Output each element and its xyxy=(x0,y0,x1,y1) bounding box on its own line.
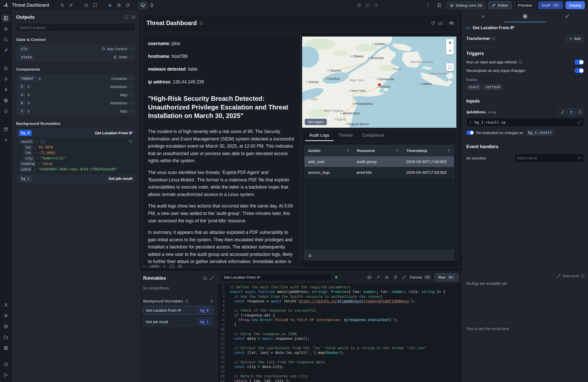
tab-audit-logs[interactable]: Audit Logs xyxy=(305,130,333,141)
user-icon[interactable] xyxy=(2,301,10,309)
chevron-down-icon[interactable] xyxy=(129,101,132,105)
auto-scroll-checkbox[interactable] xyxy=(581,274,585,278)
column-header-resource[interactable]: Resource xyxy=(353,145,403,156)
dock-panel-icon[interactable] xyxy=(131,15,135,19)
home-icon[interactable] xyxy=(2,64,10,72)
map-zoom-in-button[interactable]: + xyxy=(446,39,454,47)
collapse-toggle[interactable]: - xyxy=(40,139,46,144)
favorites-star-icon[interactable] xyxy=(2,25,10,33)
map[interactable]: QuébecMontréalOttawaTorontoHamiltonDetro… xyxy=(302,37,457,128)
schedules-calendar-icon[interactable] xyxy=(2,125,10,133)
editor-settings-icon[interactable] xyxy=(385,275,389,279)
preview-button[interactable]: Preview xyxy=(514,1,536,9)
code-area[interactable]: 1// Define the main function with the re… xyxy=(218,283,462,382)
clear-select-icon[interactable] xyxy=(578,156,581,160)
static-input-button[interactable] xyxy=(559,108,567,116)
diff-view-icon[interactable] xyxy=(367,275,371,279)
runnable-item-bg0[interactable]: Get Location From IP bg_0 xyxy=(143,306,214,315)
filter-funnel-icon[interactable] xyxy=(447,149,450,152)
search-icon[interactable] xyxy=(2,36,10,43)
expand-editor-icon[interactable] xyxy=(402,275,406,279)
pointer-hand-icon[interactable] xyxy=(27,110,31,113)
runnable-item-bg1[interactable]: Get job result bg_1 xyxy=(143,317,214,326)
dock-panel-icon[interactable] xyxy=(203,276,207,280)
toggle-panel-icon[interactable] xyxy=(435,2,444,9)
map-zoom-out-button[interactable]: − xyxy=(446,47,454,54)
ctx-chip[interactable]: ctx xyxy=(19,46,29,52)
tab-component-settings[interactable] xyxy=(504,11,546,22)
run-on-start-toggle[interactable] xyxy=(574,60,584,65)
expand-expression-icon[interactable] xyxy=(578,121,581,124)
ai-wand-icon[interactable] xyxy=(376,275,380,279)
inspect-result-icon[interactable] xyxy=(129,139,132,143)
recompute-toggle[interactable] xyxy=(574,68,584,73)
info-icon[interactable] xyxy=(199,21,203,25)
reset-view-icon[interactable] xyxy=(178,264,182,268)
workers-box-icon[interactable] xyxy=(2,323,10,330)
folders-icon[interactable] xyxy=(2,333,10,341)
pointer-mode-icon[interactable] xyxy=(106,2,115,9)
pointer-hand-icon[interactable] xyxy=(27,93,31,97)
download-csv-icon[interactable] xyxy=(308,253,312,257)
component-row-b[interactable]: b Markdown xyxy=(16,99,135,107)
bg1-chip[interactable]: bg_1 xyxy=(19,176,32,182)
component-topbar[interactable]: Threat Dashboard (2) xyxy=(143,14,458,32)
layout-columns-icon[interactable] xyxy=(374,3,378,7)
component-markdown-h[interactable]: username: jdoe hostname: host789 malware… xyxy=(143,34,301,267)
more-menu-icon[interactable] xyxy=(424,2,432,9)
ai-wand-icon[interactable] xyxy=(2,47,10,54)
keyboard-shortcuts-icon[interactable] xyxy=(449,21,454,25)
resources-globe-icon[interactable] xyxy=(2,97,10,104)
pointer-hand-icon[interactable] xyxy=(27,85,31,89)
chevron-down-icon[interactable] xyxy=(129,56,132,59)
theme-sun-icon[interactable] xyxy=(115,2,123,9)
table-row[interactable]: add_user audit-group 2025-03-30T17:00:00… xyxy=(304,156,454,167)
mobile-view-button[interactable] xyxy=(147,2,156,9)
component-tabs-f[interactable]: Audit Logs Threats Compliance Action Res… xyxy=(302,129,457,259)
component-map-a[interactable]: QuébecMontréalOttawaTorontoHamiltonDetro… xyxy=(302,36,457,128)
app-refresh-icon[interactable] xyxy=(431,21,435,25)
desktop-view-button[interactable] xyxy=(139,2,147,9)
bg0-chip[interactable]: bg_0 xyxy=(19,130,32,136)
json-result-row[interactable]: result : - xyxy=(19,139,132,145)
bg0-row[interactable]: bg_0 Get Location From IP xyxy=(16,129,135,137)
add-runnable-button[interactable] xyxy=(210,299,214,303)
zoom-out-button[interactable]: − xyxy=(143,264,145,269)
chevron-down-icon[interactable] xyxy=(129,47,132,50)
eval-input-button[interactable] xyxy=(576,108,584,116)
undo-button[interactable] xyxy=(58,2,66,9)
layout-grid-icon[interactable] xyxy=(357,3,361,7)
history-icon[interactable] xyxy=(123,2,132,9)
add-plus-icon[interactable] xyxy=(2,136,10,144)
tab-compliance[interactable]: Compliance xyxy=(358,130,388,141)
map-marker[interactable] xyxy=(378,83,381,86)
editor-canvas[interactable]: Threat Dashboard (2) username: jdoe host… xyxy=(140,11,462,271)
output-row-state[interactable]: state State xyxy=(16,53,135,61)
connect-input-button[interactable] xyxy=(568,108,575,116)
map-fit-bounds-button[interactable] xyxy=(446,63,454,71)
chevron-down-icon[interactable] xyxy=(129,93,132,96)
zoom-in-button[interactable]: + xyxy=(163,264,165,269)
pointer-hand-icon[interactable] xyxy=(38,77,42,80)
runs-play-icon[interactable] xyxy=(2,75,10,83)
add-transformer-button[interactable]: Add xyxy=(566,35,584,42)
assets-diamond-icon[interactable] xyxy=(2,107,10,115)
component-row-h[interactable]: h Markdown xyxy=(16,83,135,91)
pointer-hand-icon[interactable] xyxy=(27,101,31,105)
tab-insert-component[interactable] xyxy=(462,11,504,22)
expand-panel-icon[interactable] xyxy=(210,276,214,280)
debug-runs-button[interactable]: Debug runs (4) xyxy=(446,1,486,9)
format-button[interactable]: Format⌘S xyxy=(410,275,431,279)
tab-threats[interactable]: Threats xyxy=(334,130,357,141)
apps-grid-icon[interactable] xyxy=(2,344,10,352)
output-row-ctx[interactable]: ctx App Context xyxy=(16,45,135,53)
expand-logs-icon[interactable] xyxy=(557,274,561,278)
search-outputs-input[interactable] xyxy=(16,23,135,32)
redo-button[interactable] xyxy=(66,2,75,9)
run-button[interactable]: Run⌘↵ xyxy=(435,273,459,281)
component-row-topbar[interactable]: topbar Container xyxy=(16,74,135,83)
chevron-down-icon[interactable] xyxy=(129,77,132,80)
chevron-down-icon[interactable] xyxy=(129,110,132,113)
app-builder-icon[interactable] xyxy=(2,14,10,22)
delete-runnable-icon[interactable] xyxy=(393,275,398,279)
